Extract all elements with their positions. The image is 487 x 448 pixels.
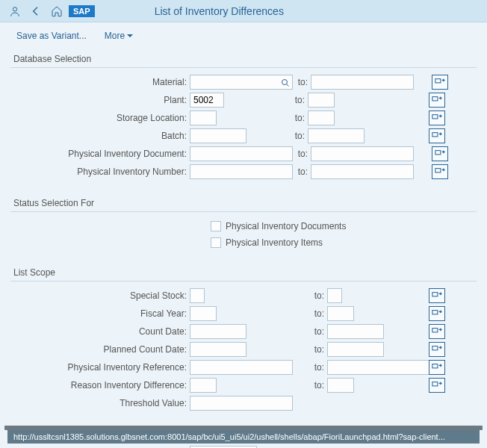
phys-inv-doc-input[interactable] (190, 146, 293, 161)
fiscal-year-input[interactable] (190, 306, 217, 321)
to-label: to: (246, 326, 327, 337)
page-title: List of Inventory Differences (155, 5, 284, 17)
planned-count-date-to-input[interactable] (327, 342, 384, 357)
phys-inv-doc-to-input[interactable] (311, 146, 414, 161)
section-database-selection: Database Selection (10, 49, 477, 68)
special-stock-to-input[interactable] (327, 288, 342, 303)
expand-button[interactable] (429, 342, 445, 357)
fiscal-year-label: Fiscal Year: (10, 308, 190, 319)
count-date-input[interactable] (190, 324, 246, 339)
svg-rect-10 (432, 329, 438, 332)
svg-point-0 (13, 7, 16, 10)
svg-rect-9 (432, 311, 438, 314)
planned-count-date-label: Planned Count Date: (10, 344, 190, 355)
phys-inv-doc-label: Physical Inventory Document: (10, 149, 190, 159)
phys-inv-ref-input[interactable] (190, 360, 293, 375)
to-label: to: (296, 149, 311, 159)
sap-logo: SAP (69, 5, 95, 17)
svg-rect-5 (432, 133, 438, 137)
batch-label: Batch: (10, 131, 190, 141)
storage-location-to-input[interactable] (308, 111, 335, 125)
to-label: to: (205, 290, 327, 301)
svg-rect-13 (432, 382, 438, 386)
home-icon[interactable] (48, 2, 66, 20)
section-status-selection: Status Selection For (10, 193, 477, 212)
reason-diff-input[interactable] (190, 378, 217, 393)
to-label: to: (296, 167, 311, 177)
expand-button[interactable] (432, 164, 448, 179)
expand-button[interactable] (432, 75, 448, 90)
expand-button[interactable] (429, 128, 445, 143)
svg-rect-4 (432, 115, 438, 119)
special-stock-input[interactable] (190, 288, 205, 303)
back-icon[interactable] (27, 2, 45, 20)
phys-inv-num-label: Physical Inventory Number: (10, 167, 190, 177)
batch-input[interactable] (190, 128, 246, 143)
phys-inv-num-input[interactable] (190, 164, 293, 179)
expand-button[interactable] (429, 111, 445, 125)
to-label: to: (296, 77, 311, 87)
save-variant-link[interactable]: Save as Variant... (16, 31, 87, 41)
to-label: to: (246, 131, 308, 141)
count-date-label: Count Date: (10, 326, 190, 337)
phys-inv-ref-to-input[interactable] (327, 360, 430, 375)
expand-button[interactable] (429, 306, 445, 321)
phys-inv-ref-label: Physical Inventory Reference: (10, 362, 190, 373)
to-label: to: (224, 95, 308, 105)
to-label: to: (217, 308, 327, 319)
section-list-scope: List Scope (10, 263, 477, 281)
storage-location-input[interactable] (190, 111, 217, 125)
expand-button[interactable] (429, 324, 445, 339)
svg-rect-6 (435, 151, 441, 155)
to-label: to: (217, 113, 308, 123)
fiscal-year-to-input[interactable] (327, 306, 354, 321)
svg-rect-8 (432, 293, 438, 296)
toolbar: Save as Variant... More (0, 22, 487, 49)
header-bar: SAP List of Inventory Differences (0, 0, 487, 22)
material-input[interactable] (190, 75, 293, 90)
storage-location-label: Storage Location: (10, 113, 190, 123)
phys-inv-num-to-input[interactable] (311, 164, 414, 179)
more-dropdown[interactable]: More (105, 31, 134, 41)
svg-rect-3 (432, 97, 438, 101)
threshold-label: Threshold Value: (10, 398, 190, 408)
phys-inv-items-checkbox-label: Physical Inventory Items (226, 237, 323, 248)
plant-label: Plant: (10, 95, 190, 105)
plant-to-input[interactable] (308, 93, 335, 108)
material-label: Material: (10, 77, 190, 87)
content: Database Selection Material: to: Plant: … (0, 49, 487, 448)
svg-rect-2 (435, 79, 441, 83)
expand-button[interactable] (432, 146, 448, 161)
svg-rect-11 (432, 346, 438, 350)
user-icon[interactable] (6, 2, 24, 20)
svg-rect-12 (432, 364, 438, 368)
material-to-input[interactable] (311, 75, 414, 90)
expand-button[interactable] (429, 288, 445, 303)
status-bar: http://ussltcsnl1385.solutions.glbsnet.c… (7, 430, 480, 444)
special-stock-label: Special Stock: (10, 290, 190, 301)
expand-button[interactable] (429, 378, 445, 393)
phys-inv-docs-checkbox[interactable] (211, 221, 221, 231)
to-label: to: (246, 344, 327, 355)
plant-input[interactable] (190, 93, 224, 108)
svg-point-1 (282, 80, 288, 85)
threshold-input[interactable] (190, 396, 293, 411)
to-label: to: (217, 380, 327, 391)
reason-diff-label: Reason Inventory Difference: (10, 380, 190, 391)
phys-inv-items-checkbox[interactable] (211, 237, 221, 248)
expand-button[interactable] (429, 360, 445, 375)
search-icon[interactable] (281, 77, 290, 90)
svg-rect-7 (435, 169, 441, 172)
planned-count-date-input[interactable] (190, 342, 246, 357)
chevron-down-icon (126, 32, 134, 40)
reason-diff-to-input[interactable] (327, 378, 354, 393)
batch-to-input[interactable] (308, 128, 365, 143)
phys-inv-docs-checkbox-label: Physical Inventory Documents (226, 221, 346, 231)
to-label: to: (293, 362, 327, 373)
expand-button[interactable] (429, 93, 445, 108)
count-date-to-input[interactable] (327, 324, 384, 339)
